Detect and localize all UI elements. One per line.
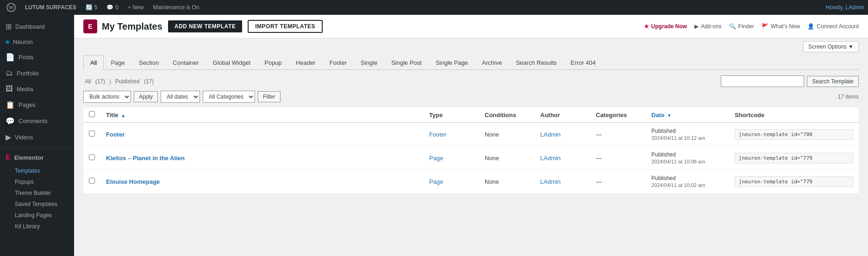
template-author-link[interactable]: LAdmin	[540, 131, 561, 138]
updates-item[interactable]: 🔄 5	[83, 0, 100, 15]
sidebar-item-comments[interactable]: 💬 Comments	[0, 113, 74, 129]
published-date: 2024/04/11 at 10:02 am	[651, 182, 705, 188]
tab-single[interactable]: Single	[354, 55, 384, 70]
tab-page[interactable]: Page	[104, 55, 131, 70]
addons-icon: ▶	[694, 23, 699, 30]
sidebar-item-neuron[interactable]: Neuron	[0, 35, 74, 49]
comments-item[interactable]: 💬 0	[104, 0, 121, 15]
title-sort-icon: ▲	[121, 113, 125, 118]
row-categories-cell: —	[590, 146, 646, 170]
filter-button[interactable]: Filter	[258, 91, 281, 102]
sidebar-item-dashboard[interactable]: ⊞ Dashboard	[0, 19, 74, 35]
import-templates-button[interactable]: IMPORT TEMPLATES	[248, 20, 323, 33]
maintenance-item[interactable]: Maintenance is On	[150, 0, 202, 15]
filter-all-link[interactable]: All (17)	[83, 78, 106, 85]
upgrade-now-button[interactable]: ★ Upgrade Now	[644, 23, 687, 30]
published-date: 2024/04/11 at 10:12 am	[651, 135, 705, 141]
template-type-link[interactable]: Page	[429, 155, 443, 162]
published-label: Published	[651, 151, 676, 158]
sidebar-item-elementor[interactable]: E Elementor	[0, 150, 74, 165]
content-area: All Page Section Container Global Widget…	[74, 55, 868, 203]
row-type-cell: Footer	[424, 123, 479, 146]
filter-published-link[interactable]: Published (17)	[114, 78, 155, 85]
howdy-text: Howdy, LAdmin	[826, 4, 864, 11]
row-type-cell: Page	[424, 170, 479, 194]
page-header: E My Templates ADD NEW TEMPLATE IMPORT T…	[74, 15, 868, 38]
tab-container[interactable]: Container	[166, 55, 206, 70]
tab-single-post[interactable]: Single Post	[384, 55, 429, 70]
template-title-link[interactable]: Footer	[106, 131, 125, 138]
tab-all[interactable]: All	[83, 55, 104, 70]
sidebar: ⊞ Dashboard Neuron 📄 Posts 🗂 Portfolio 🖼…	[0, 15, 74, 256]
row-checkbox[interactable]	[89, 178, 95, 184]
elementor-logo-icon: E	[83, 19, 97, 33]
sidebar-item-label: Comments	[19, 118, 48, 125]
template-type-link[interactable]: Footer	[429, 131, 447, 138]
tab-footer[interactable]: Footer	[322, 55, 354, 70]
tab-global-widget[interactable]: Global Widget	[206, 55, 258, 70]
date-filter-select[interactable]: All dates	[161, 91, 200, 103]
row-shortcode-cell: [neuron-template id="780	[729, 123, 859, 146]
sidebar-sub-popups[interactable]: Popups	[0, 176, 74, 187]
tab-search-results[interactable]: Search Results	[509, 55, 563, 70]
connect-account-button[interactable]: 👤 Connect Account	[807, 23, 859, 30]
sidebar-sub-landing-pages[interactable]: Landing Pages	[0, 210, 74, 221]
sidebar-item-pages[interactable]: 📋 Pages	[0, 97, 74, 113]
search-template-button[interactable]: Search Template	[807, 76, 859, 87]
col-date-header[interactable]: Date ▼	[646, 107, 729, 123]
screen-options-button[interactable]: Screen Options ▼	[803, 41, 859, 52]
shortcode-value[interactable]: [neuron-template id="780	[735, 129, 853, 140]
template-author-link[interactable]: LAdmin	[540, 155, 561, 162]
row-checkbox[interactable]	[89, 131, 95, 137]
portfolio-icon: 🗂	[6, 69, 13, 77]
template-type-link[interactable]: Page	[429, 178, 443, 185]
sidebar-item-media[interactable]: 🖼 Media	[0, 81, 74, 97]
col-title-header[interactable]: Title ▲	[100, 107, 424, 123]
published-date: 2024/04/11 at 10:08 am	[651, 159, 705, 164]
select-all-checkbox[interactable]	[89, 111, 95, 117]
admin-bar: W LUTUM SURFACES 🔄 5 💬 0 + New Maintenan…	[0, 0, 868, 15]
tab-section[interactable]: Section	[132, 55, 166, 70]
add-new-template-button[interactable]: ADD NEW TEMPLATE	[168, 20, 242, 32]
sidebar-item-portfolio[interactable]: 🗂 Portfolio	[0, 65, 74, 81]
template-title-link[interactable]: Elouise Homepage	[106, 178, 160, 185]
search-icon: 🔍	[729, 23, 736, 30]
new-item[interactable]: + New	[125, 0, 146, 15]
row-categories-cell: —	[590, 123, 646, 146]
addons-button[interactable]: ▶ Add-ons	[694, 23, 722, 30]
sidebar-sub-saved-templates[interactable]: Saved Templates	[0, 199, 74, 210]
filter-separator: |	[109, 78, 111, 85]
sidebar-sub-theme-builder[interactable]: Theme Builder	[0, 187, 74, 199]
whats-new-button[interactable]: 🚩 What's New	[762, 23, 800, 30]
wp-logo[interactable]: W	[4, 0, 19, 15]
col-categories-header: Categories	[590, 107, 646, 123]
main-content: E My Templates ADD NEW TEMPLATE IMPORT T…	[74, 15, 868, 256]
site-name[interactable]: LUTUM SURFACES	[22, 0, 79, 15]
bulk-actions-select[interactable]: Bulk actionsDelete	[83, 91, 131, 103]
search-template-input[interactable]	[721, 75, 804, 87]
sidebar-sub-kit-library[interactable]: Kit Library	[0, 221, 74, 232]
tab-header[interactable]: Header	[289, 55, 323, 70]
category-filter-select[interactable]: All Categories	[203, 91, 255, 103]
shortcode-value[interactable]: [neuron-template id="779	[735, 176, 853, 187]
shortcode-value[interactable]: [neuron-template id="779	[735, 153, 853, 163]
tab-popup[interactable]: Popup	[257, 55, 289, 70]
apply-button[interactable]: Apply	[134, 91, 158, 102]
row-checkbox[interactable]	[89, 154, 95, 160]
row-checkbox-cell	[83, 146, 100, 170]
sidebar-item-posts[interactable]: 📄 Posts	[0, 49, 74, 65]
sidebar-item-label: Media	[17, 86, 33, 93]
date-sort-icon: ▼	[667, 113, 672, 118]
template-title-link[interactable]: Kleitos – Planet in the Alien	[106, 155, 185, 162]
row-date-cell: Published 2024/04/11 at 10:08 am	[646, 146, 729, 170]
sidebar-item-videos[interactable]: ▶ Videos	[0, 129, 74, 145]
header-actions: ★ Upgrade Now ▶ Add-ons 🔍 Finder 🚩 What'…	[644, 23, 859, 30]
finder-button[interactable]: 🔍 Finder	[729, 23, 754, 30]
tab-single-page[interactable]: Single Page	[429, 55, 475, 70]
media-icon: 🖼	[6, 85, 13, 93]
tab-archive[interactable]: Archive	[475, 55, 509, 70]
tab-error-404[interactable]: Error 404	[564, 55, 603, 70]
row-type-cell: Page	[424, 146, 479, 170]
template-author-link[interactable]: LAdmin	[540, 178, 561, 185]
sidebar-sub-templates[interactable]: Templates	[0, 165, 74, 176]
